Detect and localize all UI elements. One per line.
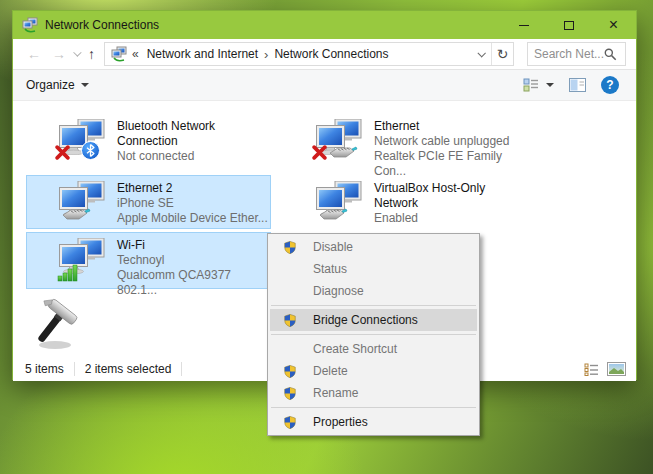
connection-status: iPhone SE: [117, 196, 269, 211]
caret-down-icon: [81, 83, 89, 87]
uac-shield-icon: [282, 363, 298, 379]
menu-item-bridge-connections[interactable]: Bridge Connections: [270, 309, 477, 331]
menu-item-label: Delete: [313, 364, 348, 378]
menu-item-label: Disable: [313, 240, 353, 254]
chevron-down-icon: [477, 49, 485, 57]
menu-separator: [271, 334, 476, 335]
menu-item-delete[interactable]: Delete: [270, 360, 477, 382]
menu-item-rename[interactable]: Rename: [270, 382, 477, 404]
menu-item-diagnose[interactable]: Diagnose: [270, 280, 477, 302]
connection-name: VirtualBox Host-Only Network: [374, 181, 526, 211]
recent-locations-dropdown-icon[interactable]: [73, 48, 81, 56]
connection-name: Bluetooth Network Connection: [117, 119, 269, 149]
connection-tile-bluetooth[interactable]: Bluetooth Network Connection Not connect…: [26, 113, 271, 171]
uac-shield-icon: [282, 312, 298, 328]
connection-name: Ethernet 2: [117, 181, 269, 196]
connection-tile-virtualbox[interactable]: VirtualBox Host-Only Network Enabled: [283, 175, 528, 229]
connection-name: Wi-Fi: [117, 238, 269, 253]
up-button[interactable]: ↑: [88, 47, 95, 61]
title-bar[interactable]: Network Connections ×: [13, 11, 636, 39]
menu-separator: [271, 305, 476, 306]
menu-item-label: Bridge Connections: [313, 313, 418, 327]
organize-label: Organize: [26, 78, 75, 92]
address-bar[interactable]: « Network and Internet › Network Connect…: [104, 42, 514, 66]
large-icons-view-toggle-icon[interactable]: [607, 362, 626, 376]
uac-shield-icon: [282, 385, 298, 401]
uac-shield-icon: [282, 414, 298, 430]
maximize-button[interactable]: [546, 11, 591, 39]
menu-item-create-shortcut[interactable]: Create Shortcut: [270, 338, 477, 360]
breadcrumb-overflow-icon[interactable]: «: [132, 47, 139, 61]
uac-shield-icon: [282, 239, 298, 255]
caret-down-icon: [546, 83, 554, 87]
connection-name: Ethernet: [374, 119, 526, 134]
item-count: 5 items: [25, 362, 64, 376]
menu-item-status[interactable]: Status: [270, 258, 477, 280]
search-icon: [604, 48, 617, 61]
window-title: Network Connections: [45, 18, 159, 32]
statusbar-divider: [181, 362, 182, 376]
context-menu: Disable Status Diagnose Bridge Connectio…: [267, 233, 480, 436]
connection-status: Enabled: [374, 211, 526, 226]
disconnected-x-icon: [55, 145, 70, 160]
menu-item-label: Properties: [313, 415, 368, 429]
selected-count: 2 items selected: [85, 362, 172, 376]
wifi-signal-bars-icon: [57, 264, 79, 282]
ethernet-plug-icon: [328, 145, 358, 163]
menu-item-label: Rename: [313, 386, 358, 400]
menu-item-label: Diagnose: [313, 284, 364, 298]
hammer-icon: [29, 297, 87, 353]
back-button[interactable]: ←: [27, 47, 41, 61]
address-location-icon: [111, 46, 127, 62]
search-input[interactable]: [534, 47, 604, 61]
menu-item-disable[interactable]: Disable: [270, 236, 477, 258]
close-icon: ×: [609, 17, 618, 33]
window-icon: [22, 17, 38, 33]
statusbar-divider: [74, 362, 75, 376]
address-history-dropdown[interactable]: [471, 43, 491, 65]
maximize-icon: [564, 21, 574, 30]
connection-status: Not connected: [117, 149, 269, 164]
minimize-icon: [519, 25, 529, 26]
breadcrumb-network-connections[interactable]: Network Connections: [270, 47, 392, 61]
details-view-icon: [523, 78, 539, 92]
menu-item-label: Status: [313, 262, 347, 276]
menu-item-properties[interactable]: Properties: [270, 411, 477, 433]
navigation-bar: ← → ↑ « Network and Internet › Network C…: [13, 39, 636, 70]
connection-tile-wifi[interactable]: Wi-Fi Technoyl Qualcomm QCA9377 802.1...: [26, 232, 271, 289]
connection-tile-ethernet-2[interactable]: Ethernet 2 iPhone SE Apple Mobile Device…: [26, 175, 271, 229]
help-button[interactable]: ?: [601, 76, 619, 94]
details-view-toggle-icon[interactable]: [584, 363, 599, 376]
connection-status: Technoyl: [117, 253, 269, 268]
bluetooth-icon: [81, 141, 100, 160]
search-box[interactable]: [527, 42, 626, 66]
refresh-button[interactable]: ↻: [491, 43, 513, 65]
forward-button[interactable]: →: [52, 47, 66, 61]
breadcrumb-separator-icon: ›: [262, 47, 270, 62]
preview-pane-icon[interactable]: [569, 78, 586, 92]
connection-device: Apple Mobile Device Ether...: [117, 211, 269, 226]
help-icon: ?: [606, 78, 613, 92]
close-button[interactable]: ×: [591, 11, 636, 39]
connection-tile-ethernet[interactable]: Ethernet Network cable unplugged Realtek…: [283, 113, 528, 171]
ethernet-plug-icon: [318, 207, 348, 225]
change-view-button[interactable]: [523, 78, 554, 92]
connection-device: Qualcomm QCA9377 802.1...: [117, 268, 269, 298]
connection-status: Network cable unplugged: [374, 134, 526, 149]
organize-button[interactable]: Organize: [26, 78, 89, 92]
menu-item-label: Create Shortcut: [313, 342, 397, 356]
command-bar: Organize ?: [13, 70, 636, 101]
breadcrumb-network-and-internet[interactable]: Network and Internet: [143, 47, 262, 61]
menu-separator: [271, 407, 476, 408]
ethernet-plug-icon: [61, 207, 91, 225]
disconnected-x-icon: [312, 145, 327, 160]
minimize-button[interactable]: [501, 11, 546, 39]
